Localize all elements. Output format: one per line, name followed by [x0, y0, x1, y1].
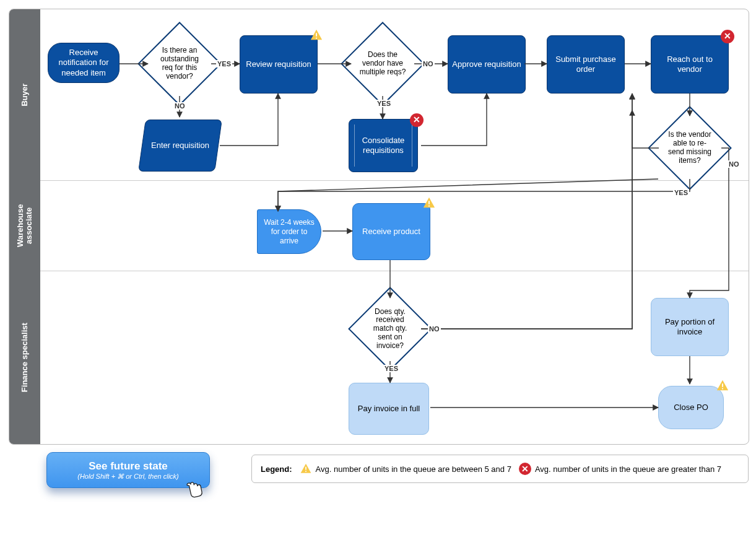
edge-label-yes: YES	[216, 60, 232, 68]
node-wait-delay[interactable]: Wait 2-4 weeks for order to arrive	[257, 209, 321, 254]
edge-label-yes: YES	[376, 100, 392, 107]
svg-rect-2	[428, 201, 430, 204]
edge-label-no: NO	[728, 160, 741, 168]
decision-qty-match[interactable]: Does qty. received match qty. sent on in…	[360, 299, 420, 359]
lane-label-finance: Finance specialist	[20, 323, 29, 392]
decision-vendor-resend[interactable]: Is the vendor able to re-send missing it…	[660, 118, 719, 178]
node-reach-vendor[interactable]: Reach out to vendor ✕	[651, 35, 729, 94]
cta-hint: (Hold Shift + ⌘ or Ctrl, then click)	[77, 473, 179, 481]
node-receive-product[interactable]: Receive product	[352, 203, 430, 260]
lane-label-buyer: Buyer	[20, 84, 29, 107]
legend: Legend: Avg. number of units in the queu…	[251, 455, 749, 483]
svg-rect-4	[722, 383, 723, 387]
decision-outstanding-req[interactable]: Is there an outstanding req for this ven…	[150, 34, 209, 94]
warning-icon	[310, 28, 323, 42]
node-pay-portion[interactable]: Pay portion of invoice	[651, 298, 729, 356]
legend-item-warning: Avg. number of units in the queue are be…	[300, 463, 511, 475]
node-enter-requisition[interactable]: Enter requisition	[138, 120, 222, 172]
svg-rect-1	[316, 38, 317, 39]
legend-label: Legend:	[261, 464, 292, 474]
warning-icon	[716, 379, 729, 393]
error-icon: ✕	[721, 30, 734, 43]
edge-label-no: NO	[173, 102, 186, 110]
lane-label-warehouse: Warehouse associate	[16, 204, 34, 247]
node-pay-invoice-full[interactable]: Pay invoice in full	[349, 383, 429, 435]
decision-vendor-multiple[interactable]: Does the vendor have multiple reqs?	[353, 34, 412, 94]
error-icon: ✕	[410, 113, 424, 127]
warning-icon	[422, 196, 436, 210]
svg-rect-3	[428, 206, 430, 207]
svg-rect-6	[305, 467, 306, 470]
edge-label-no: NO	[428, 325, 441, 333]
edge-label-yes: YES	[383, 365, 399, 372]
svg-rect-5	[722, 388, 723, 390]
svg-rect-0	[316, 33, 317, 37]
node-receive-notification[interactable]: Receive notification for needed item	[48, 43, 119, 83]
edge-label-yes: YES	[673, 189, 689, 196]
svg-rect-7	[305, 471, 306, 472]
pointer-cursor-icon	[182, 479, 204, 502]
node-submit-po[interactable]: Submit purchase order	[547, 35, 625, 94]
node-consolidate-requisitions[interactable]: Consolidate requisitions ✕	[349, 119, 418, 172]
node-approve-requisition[interactable]: Approve requisition	[448, 35, 526, 94]
flowchart-canvas[interactable]: Buyer Warehouse associate Finance specia…	[9, 9, 749, 445]
node-close-po[interactable]: Close PO	[658, 386, 724, 429]
legend-item-error: ✕ Avg. number of units in the queue are …	[519, 463, 721, 475]
node-review-requisition[interactable]: Review requisition	[240, 35, 318, 94]
edge-label-no: NO	[422, 60, 435, 68]
cta-title: See future state	[89, 460, 168, 473]
